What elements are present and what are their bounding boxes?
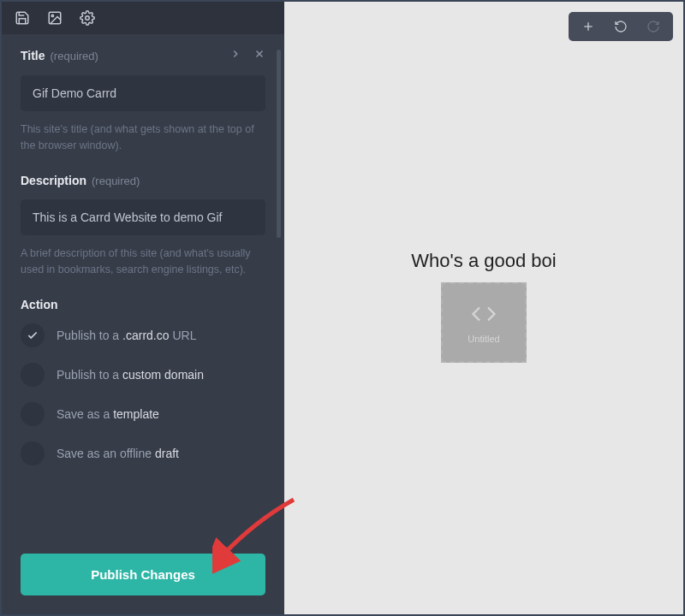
canvas-toolbar [569, 12, 673, 41]
embed-label: Untitled [468, 334, 499, 344]
description-required: (required) [92, 175, 140, 187]
action-option-template[interactable]: Save as a template [21, 402, 265, 426]
embed-placeholder[interactable]: Untitled [441, 282, 527, 363]
gear-icon[interactable] [71, 2, 104, 34]
action-option-carrd-url[interactable]: Publish to a .carrd.co URL [21, 323, 265, 347]
add-element-button[interactable] [572, 12, 605, 41]
action-option-offline-draft[interactable]: Save as an offline draft [21, 441, 265, 465]
close-icon[interactable] [253, 48, 265, 63]
title-label: Title [21, 49, 45, 62]
action-label: Action [21, 298, 265, 311]
radio-label: Save as an offline draft [57, 447, 179, 460]
redo-button[interactable] [637, 12, 670, 41]
check-icon [27, 329, 39, 341]
radio-indicator [21, 402, 45, 426]
code-icon [471, 301, 497, 327]
title-hint: This site's title (and what gets shown a… [21, 121, 265, 155]
undo-icon [614, 20, 628, 33]
editor-sidebar: Title (required) Gif Demo Carrd This sit… [2, 2, 284, 614]
action-option-custom-domain[interactable]: Publish to a custom domain [21, 363, 265, 387]
svg-point-1 [51, 15, 53, 16]
title-input[interactable]: Gif Demo Carrd [21, 75, 265, 111]
description-input[interactable]: This is a Carrd Website to demo Gif [21, 199, 265, 235]
description-label: Description [21, 174, 86, 187]
radio-label: Save as a template [57, 407, 159, 421]
preview-canvas: Who's a good boi Untitled [284, 2, 683, 614]
title-required: (required) [51, 50, 98, 62]
panel-scrollbar[interactable] [277, 50, 281, 238]
chevron-right-icon[interactable] [229, 48, 241, 63]
settings-panel: Title (required) Gif Demo Carrd This sit… [2, 34, 284, 538]
radio-indicator [21, 441, 45, 465]
radio-indicator [21, 363, 45, 387]
preview-heading[interactable]: Who's a good boi [411, 250, 556, 272]
radio-indicator [21, 323, 45, 347]
undo-button[interactable] [605, 12, 637, 41]
publish-changes-button[interactable]: Publish Changes [21, 554, 265, 595]
image-icon[interactable] [39, 2, 71, 34]
plus-icon [581, 20, 595, 33]
radio-label: Publish to a .carrd.co URL [57, 329, 196, 342]
svg-point-2 [86, 16, 90, 21]
redo-icon [646, 20, 660, 33]
radio-label: Publish to a custom domain [57, 368, 204, 382]
description-hint: A brief description of this site (and wh… [21, 246, 265, 279]
panel-header: Title (required) [21, 48, 265, 63]
sidebar-topbar [2, 2, 284, 34]
save-icon[interactable] [6, 2, 39, 34]
